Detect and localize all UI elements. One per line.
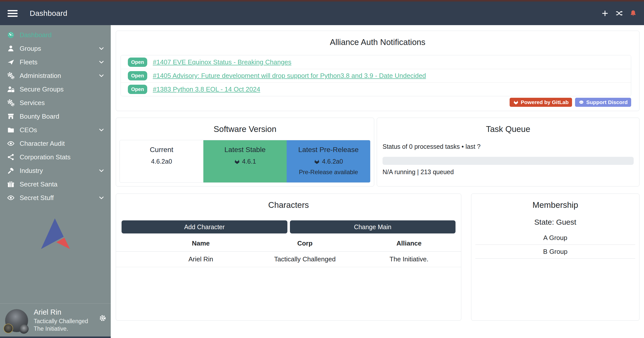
software-version-title: Software Version [116, 118, 374, 134]
version-stable-label: Latest Stable [203, 146, 287, 154]
membership-group-row: A Group [475, 231, 635, 245]
task-queue-footer: N/A running | 213 queued [383, 168, 634, 176]
support-discord-badge[interactable]: Support Discord [575, 98, 631, 107]
change-main-button[interactable]: Change Main [290, 220, 456, 233]
sidebar-item-secret-santa[interactable]: Secret Santa [0, 177, 111, 191]
gitlab-badge-label: Powered by GitLab [521, 99, 569, 105]
sidebar-item-label: Bounty Board [20, 113, 105, 120]
status-badge: Open [128, 71, 147, 80]
sidebar-item-label: Services [20, 99, 105, 107]
membership-group-row: B Group [475, 245, 635, 259]
user-lock-icon [7, 85, 15, 93]
gitlab-icon [314, 159, 320, 165]
version-prerelease-label: Latest Pre-Release [287, 146, 370, 154]
version-prerelease-cell: Latest Pre-Release 4.6.2a0 Pre-Release a… [287, 140, 370, 182]
eye-icon [7, 194, 15, 202]
cell-name: Ariel Rin [149, 255, 253, 263]
characters-table: Name Corp Alliance Ariel Rin Tactically … [116, 239, 461, 267]
gitlab-icon [513, 100, 519, 105]
user-corp: Tactically Challenged [34, 318, 88, 325]
header-alliance: Alliance [357, 239, 461, 247]
sidebar-item-secure-groups[interactable]: Secure Groups [0, 82, 111, 96]
status-badge: Open [128, 85, 147, 94]
sidebar-item-label: CEOs [20, 126, 98, 134]
sidebar-item-secret-stuff[interactable]: Secret Stuff [0, 191, 111, 205]
sidebar-toggle-hamburger-icon[interactable] [8, 9, 18, 18]
change-main-shuffle-icon[interactable] [615, 10, 623, 17]
notifications-title: Alliance Auth Notifications [116, 31, 639, 47]
discord-icon [579, 100, 584, 105]
notifications-panel: Alliance Auth Notifications Open #1407 E… [116, 31, 639, 111]
membership-title: Membership [471, 194, 639, 210]
store-icon [7, 113, 15, 120]
sidebar-item-label: Secret Stuff [20, 194, 98, 202]
sidebar-item-groups[interactable]: Groups [0, 42, 111, 55]
sidebar-item-label: Industry [20, 167, 98, 175]
task-queue-title: Task Queue [383, 118, 634, 134]
chevron-down-icon [98, 127, 105, 133]
version-stable-cell: Latest Stable 4.6.1 [203, 140, 287, 182]
user-settings-gear-icon[interactable] [99, 315, 106, 322]
task-queue-panel: Task Queue Status of 0 processed tasks •… [377, 118, 639, 186]
sidebar-item-label: Secret Santa [20, 180, 105, 188]
notification-link[interactable]: #1407 EVE Equinox Status - Breaking Chan… [153, 58, 291, 66]
gears-icon [7, 72, 15, 79]
task-queue-progressbar [383, 157, 634, 165]
sidebar-item-fleets[interactable]: Fleets [0, 55, 111, 69]
sidebar-item-industry[interactable]: Industry [0, 164, 111, 177]
page-title: Dashboard [30, 9, 67, 18]
version-prerelease-value: 4.6.2a0 [322, 158, 343, 165]
share-icon [7, 153, 15, 161]
characters-panel: Characters Add Character Change Main Nam… [116, 194, 461, 321]
sidebar-item-dashboard[interactable]: Dashboard [0, 28, 111, 42]
sidebar-item-ceos[interactable]: CEOs [0, 123, 111, 137]
gifts-icon [7, 180, 15, 188]
notifications-bell-icon[interactable] [629, 10, 637, 17]
eye-icon [7, 140, 15, 147]
corp-logo-badge [4, 324, 13, 333]
header-portrait-spacer [116, 239, 149, 247]
sidebar-item-bounty-board[interactable]: Bounty Board [0, 110, 111, 123]
sidebar-item-label: Secure Groups [20, 85, 105, 93]
membership-state: State: Guest [471, 218, 639, 226]
sidebar-item-label: Fleets [20, 58, 98, 66]
sidebar-item-label: Character Audit [20, 140, 105, 148]
sidebar-item-character-audit[interactable]: Character Audit [0, 137, 111, 150]
discord-badge-label: Support Discord [586, 99, 628, 105]
user-panel: Ariel Rin Tactically Challenged The Init… [0, 304, 111, 336]
status-badge: Open [128, 58, 147, 67]
alliance-auth-logo [41, 218, 70, 250]
chevron-down-icon [98, 167, 105, 174]
powered-by-gitlab-badge[interactable]: Powered by GitLab [510, 98, 572, 107]
notifications-list: Open #1407 EVE Equinox Status - Breaking… [121, 55, 631, 96]
sidebar-item-label: Groups [20, 45, 98, 53]
add-character-button[interactable]: Add Character [122, 220, 287, 233]
top-accent-line [0, 0, 644, 2]
gauge-icon [7, 31, 15, 39]
notification-link[interactable]: #1405 Advisory: Future development will … [153, 72, 426, 80]
sidebar-item-label: Dashboard [20, 31, 105, 39]
sidebar-nav: Dashboard Groups Fleets Administration S… [0, 25, 111, 205]
alliance-logo-badge [19, 324, 29, 334]
header-corp: Corp [253, 239, 357, 247]
notification-link[interactable]: #1383 Python 3.8 EOL - 14 Oct 2024 [153, 85, 260, 93]
folder-icon [7, 126, 15, 134]
sidebar: Dashboard Groups Fleets Administration S… [0, 25, 111, 338]
notification-item: Open #1383 Python 3.8 EOL - 14 Oct 2024 [121, 82, 631, 96]
software-version-panel: Software Version Current 4.6.2a0 Latest … [116, 118, 374, 186]
sidebar-item-corporation-stats[interactable]: Corporation Stats [0, 150, 111, 164]
top-navbar: Dashboard [0, 2, 644, 25]
chevron-down-icon [98, 195, 105, 201]
chevron-down-icon [98, 45, 105, 52]
sidebar-item-services[interactable]: Services [0, 96, 111, 110]
version-stable-value: 4.6.1 [242, 158, 256, 165]
membership-panel: Membership State: Guest A Group B Group [471, 194, 639, 321]
add-character-plus-icon[interactable] [601, 10, 609, 17]
chevron-down-icon [98, 59, 105, 65]
version-current-cell: Current 4.6.2a0 [120, 140, 203, 182]
sidebar-item-label: Administration [20, 72, 98, 80]
user-avatar [5, 309, 28, 332]
chevron-down-icon [98, 72, 105, 79]
sidebar-item-administration[interactable]: Administration [0, 69, 111, 82]
user-name: Ariel Rin [34, 308, 88, 316]
